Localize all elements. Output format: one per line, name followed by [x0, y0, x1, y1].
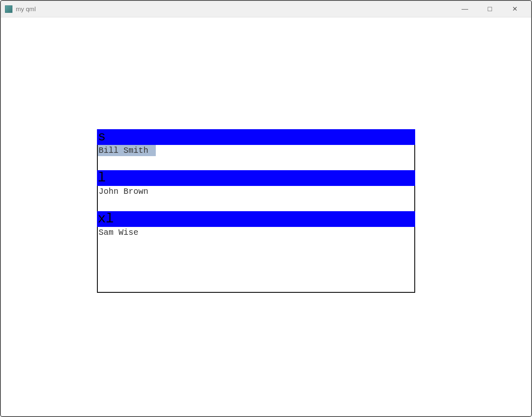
section-header: l	[97, 170, 415, 186]
close-button[interactable]: ✕	[510, 5, 519, 13]
app-window: my qml — ☐ ✕ s Bill Smith l John Brown x…	[0, 0, 532, 417]
list-item[interactable]: Sam Wise	[97, 227, 415, 293]
item-body	[98, 156, 414, 170]
section-header: xl	[97, 211, 415, 227]
item-name: Bill Smith	[98, 145, 156, 156]
content-area: s Bill Smith l John Brown xl Sam Wise	[1, 17, 531, 416]
item-body	[98, 238, 414, 292]
minimize-button[interactable]: —	[461, 5, 469, 13]
maximize-button[interactable]: ☐	[486, 6, 494, 12]
list-item[interactable]: John Brown	[97, 186, 415, 211]
list-item[interactable]: Bill Smith	[97, 145, 415, 170]
titlebar: my qml — ☐ ✕	[1, 1, 531, 17]
list-view[interactable]: s Bill Smith l John Brown xl Sam Wise	[97, 129, 415, 293]
item-name: John Brown	[98, 186, 149, 197]
section-header: s	[97, 129, 415, 145]
window-controls: — ☐ ✕	[461, 5, 527, 13]
item-body	[98, 197, 414, 211]
window-title: my qml	[16, 5, 461, 12]
app-icon	[5, 5, 12, 13]
item-name: Sam Wise	[98, 227, 139, 238]
